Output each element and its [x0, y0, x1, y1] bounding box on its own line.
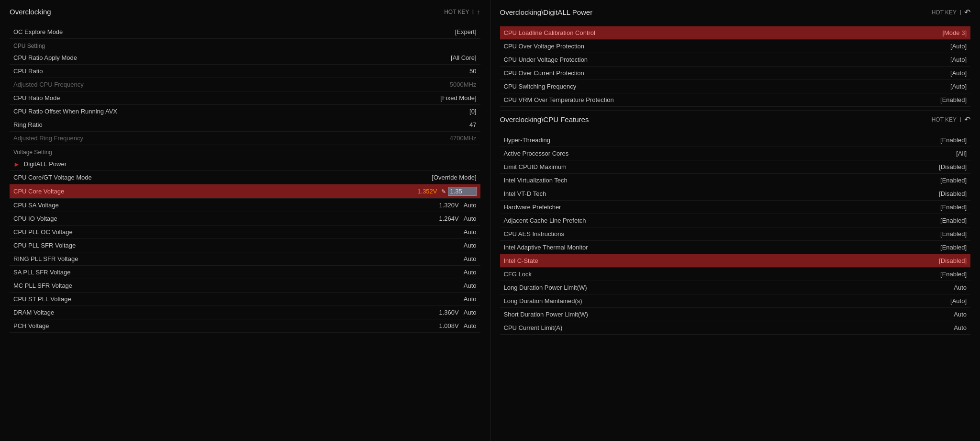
cpu-setting-label: CPU Setting [10, 39, 480, 51]
cpu-core-voltage-value: 1.352V [417, 188, 437, 195]
cpu-pll-sfr-voltage-row[interactable]: CPU PLL SFR Voltage Auto [10, 239, 480, 252]
cpu-over-voltage-protection-row[interactable]: CPU Over Voltage Protection [Auto] [500, 40, 971, 53]
cpu-io-voltage-label: CPU IO Voltage [13, 215, 419, 222]
intel-c-state-value: [Disabled] [909, 257, 967, 264]
intel-c-state-row[interactable]: Intel C-State [Disabled] [500, 254, 971, 268]
hyper-threading-label: Hyper-Threading [504, 136, 910, 144]
cpu-ratio-mode-row[interactable]: CPU Ratio Mode [Fixed Mode] [10, 91, 480, 105]
left-panel: Overclocking HOT KEY I ↑ OC Explore Mode… [0, 0, 490, 441]
cfg-lock-row[interactable]: CFG Lock [Enabled] [500, 268, 971, 281]
cpu-io-voltage-row[interactable]: CPU IO Voltage 1.264V Auto [10, 212, 480, 226]
cpu-over-voltage-protection-label: CPU Over Voltage Protection [504, 43, 910, 50]
cpu-under-voltage-protection-row[interactable]: CPU Under Voltage Protection [Auto] [500, 53, 971, 67]
cpu-aes-row[interactable]: CPU AES Instructions [Enabled] [500, 227, 971, 241]
mc-pll-sfr-voltage-label: MC PLL SFR Voltage [13, 282, 419, 289]
hyper-threading-row[interactable]: Hyper-Threading [Enabled] [500, 134, 971, 147]
digitall-arrow-icon: ► [13, 160, 20, 168]
cpu-under-voltage-protection-value: [Auto] [909, 56, 967, 63]
ring-pll-sfr-voltage-row[interactable]: RING PLL SFR Voltage Auto [10, 252, 480, 266]
oc-explore-mode-label: OC Explore Mode [13, 28, 419, 35]
short-duration-power-limit-row[interactable]: Short Duration Power Limit(W) Auto [500, 308, 971, 321]
mc-pll-sfr-voltage-row[interactable]: MC PLL SFR Voltage Auto [10, 279, 480, 293]
intel-virt-tech-value: [Enabled] [909, 177, 967, 184]
left-panel-title: Overclocking [10, 8, 51, 16]
oc-explore-mode-row[interactable]: OC Explore Mode [Expert] [10, 25, 480, 39]
cpu-over-current-protection-value: [Auto] [909, 69, 967, 77]
cpu-core-voltage-row[interactable]: CPU Core Voltage 1.352V ✎ [10, 184, 480, 199]
oc-explore-mode-value: [Expert] [419, 28, 477, 35]
dram-voltage-row[interactable]: DRAM Voltage 1.360V Auto [10, 306, 480, 319]
cpu-ratio-row[interactable]: CPU Ratio 50 [10, 65, 480, 78]
cpu-sa-voltage-row[interactable]: CPU SA Voltage 1.320V Auto [10, 199, 480, 212]
sa-pll-sfr-voltage-value: Auto [419, 269, 477, 276]
cpu-pll-oc-voltage-value: Auto [419, 228, 477, 236]
panel-divider [500, 111, 971, 111]
cpu-ratio-offset-row[interactable]: CPU Ratio Offset When Running AVX [0] [10, 105, 480, 118]
cpu-vrm-over-temp-value: [Enabled] [909, 96, 967, 103]
cpu-switching-freq-row[interactable]: CPU Switching Frequency [Auto] [500, 80, 971, 93]
digitall-power-label: DigitALL Power [24, 160, 67, 168]
pch-voltage-row[interactable]: PCH Voltage 1.008V Auto [10, 319, 480, 333]
right-bottom-hotkey-label: HOT KEY [932, 116, 957, 123]
adjusted-cpu-freq-row: Adjusted CPU Frequency 5000MHz [10, 78, 480, 91]
right-bottom-back-icon[interactable]: ↶ [964, 115, 970, 124]
limit-cpuid-max-value: [Disabled] [909, 163, 967, 170]
short-duration-power-limit-value: Auto [909, 311, 967, 318]
long-duration-power-limit-row[interactable]: Long Duration Power Limit(W) Auto [500, 281, 971, 294]
active-processor-cores-label: Active Processor Cores [504, 150, 910, 157]
cpu-vrm-over-temp-row[interactable]: CPU VRM Over Temperature Protection [Ena… [500, 93, 971, 107]
adjacent-cache-value: [Enabled] [909, 217, 967, 224]
cpu-core-gt-voltage-mode-label: CPU Core/GT Voltage Mode [13, 174, 419, 181]
ring-ratio-row[interactable]: Ring Ratio 47 [10, 118, 480, 132]
sa-pll-sfr-voltage-row[interactable]: SA PLL SFR Voltage Auto [10, 266, 480, 279]
cpu-core-voltage-input-wrap[interactable]: ✎ [441, 187, 477, 196]
adjacent-cache-label: Adjacent Cache Line Prefetch [504, 217, 910, 224]
ring-ratio-value: 47 [419, 121, 477, 128]
hardware-prefetcher-value: [Enabled] [909, 204, 967, 211]
digitall-power-row[interactable]: ► DigitALL Power [10, 158, 480, 171]
cpu-ratio-apply-mode-row[interactable]: CPU Ratio Apply Mode [All Core] [10, 51, 480, 65]
adjacent-cache-row[interactable]: Adjacent Cache Line Prefetch [Enabled] [500, 214, 971, 227]
cpu-over-current-protection-label: CPU Over Current Protection [504, 69, 910, 77]
hardware-prefetcher-label: Hardware Prefetcher [504, 204, 910, 211]
long-duration-maintained-row[interactable]: Long Duration Maintained(s) [Auto] [500, 294, 971, 308]
cpu-current-limit-row[interactable]: CPU Current Limit(A) Auto [500, 321, 971, 335]
active-processor-cores-value: [All] [909, 150, 967, 157]
cpu-core-gt-voltage-mode-row[interactable]: CPU Core/GT Voltage Mode [Override Mode] [10, 171, 480, 184]
left-panel-header: Overclocking HOT KEY I ↑ [10, 8, 480, 19]
cpu-st-pll-voltage-value: Auto [419, 295, 477, 303]
right-top-info-icon: I [959, 9, 961, 16]
cpu-pll-oc-voltage-label: CPU PLL OC Voltage [13, 228, 419, 236]
right-top-panel-title: Overclocking\DigitALL Power [500, 8, 593, 16]
cpu-core-gt-voltage-mode-value: [Override Mode] [419, 174, 477, 181]
pch-voltage-val1: 1.008V Auto [419, 322, 477, 329]
intel-adaptive-thermal-value: [Enabled] [909, 244, 967, 251]
cpu-ratio-offset-label: CPU Ratio Offset When Running AVX [13, 108, 419, 115]
adjusted-ring-freq-label: Adjusted Ring Frequency [13, 135, 419, 142]
active-processor-cores-row[interactable]: Active Processor Cores [All] [500, 147, 971, 160]
cpu-loadline-row[interactable]: CPU Loadline Calibration Control [Mode 3… [500, 26, 971, 40]
cpu-loadline-label: CPU Loadline Calibration Control [504, 29, 910, 36]
intel-adaptive-thermal-label: Intel Adaptive Thermal Monitor [504, 244, 910, 251]
cpu-pll-oc-voltage-row[interactable]: CPU PLL OC Voltage Auto [10, 226, 480, 239]
intel-adaptive-thermal-row[interactable]: Intel Adaptive Thermal Monitor [Enabled] [500, 241, 971, 254]
cpu-st-pll-voltage-row[interactable]: CPU ST PLL Voltage Auto [10, 293, 480, 306]
short-duration-power-limit-label: Short Duration Power Limit(W) [504, 311, 910, 318]
cpu-switching-freq-label: CPU Switching Frequency [504, 83, 910, 90]
cpu-ratio-mode-label: CPU Ratio Mode [13, 94, 419, 102]
cpu-ratio-value: 50 [419, 68, 477, 75]
cpu-ratio-offset-value: [0] [419, 108, 477, 115]
cpu-core-voltage-input[interactable] [448, 187, 477, 196]
hardware-prefetcher-row[interactable]: Hardware Prefetcher [Enabled] [500, 201, 971, 214]
intel-vt-d-tech-row[interactable]: Intel VT-D Tech [Disabled] [500, 187, 971, 201]
up-arrow-icon: ↑ [477, 8, 480, 16]
intel-vt-d-tech-label: Intel VT-D Tech [504, 190, 910, 197]
cpu-over-current-protection-row[interactable]: CPU Over Current Protection [Auto] [500, 67, 971, 80]
limit-cpuid-max-row[interactable]: Limit CPUID Maximum [Disabled] [500, 160, 971, 174]
info-icon: I [472, 8, 474, 16]
right-top-back-icon[interactable]: ↶ [964, 8, 970, 17]
cpu-aes-value: [Enabled] [909, 230, 967, 237]
intel-virt-tech-row[interactable]: Intel Virtualization Tech [Enabled] [500, 174, 971, 187]
ring-pll-sfr-voltage-value: Auto [419, 255, 477, 262]
cpu-ratio-label: CPU Ratio [13, 68, 419, 75]
